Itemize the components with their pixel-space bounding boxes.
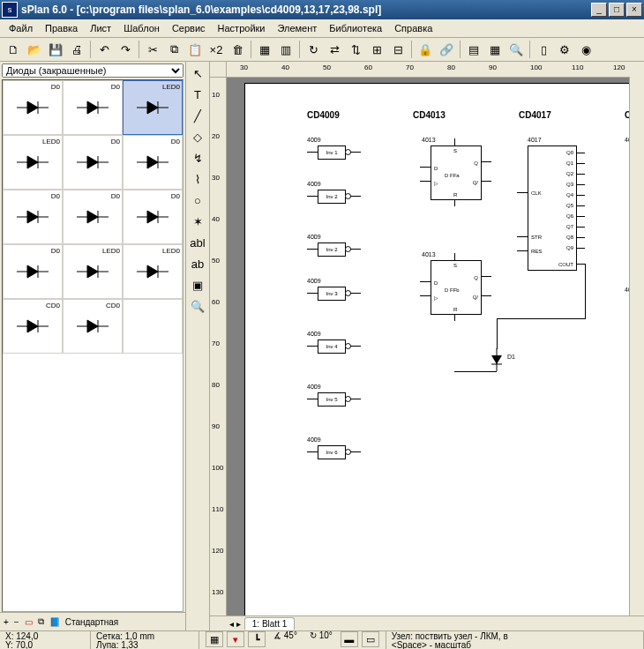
flipflop[interactable]: SQDD FFb▷Q/R: [431, 260, 482, 315]
cut-icon[interactable]: ✂: [143, 40, 162, 59]
maximize-button[interactable]: □: [609, 3, 625, 17]
chip-header: CD4013: [413, 110, 446, 120]
lib-del-icon[interactable]: −: [14, 617, 19, 627]
vtool-0[interactable]: ↖: [187, 63, 208, 83]
lock-icon[interactable]: 🔒: [416, 40, 435, 59]
fill-icon[interactable]: ▬: [341, 631, 358, 647]
vtool-7[interactable]: ✶: [187, 212, 208, 231]
rect-icon[interactable]: ▭: [362, 631, 379, 647]
copy-icon[interactable]: ⧉: [164, 40, 183, 59]
inverter[interactable]: Inv 6: [318, 445, 346, 459]
lib-cell-3-0[interactable]: D0: [3, 244, 63, 299]
menu-Лист[interactable]: Лист: [85, 21, 116, 35]
diode-d1[interactable]: [488, 348, 505, 373]
snap-icon[interactable]: ▾: [227, 631, 244, 647]
open-icon[interactable]: 📂: [25, 40, 44, 59]
library-dropdown[interactable]: Диоды (закрашенные): [2, 63, 183, 78]
inverter[interactable]: Inv 1: [318, 145, 346, 160]
align1-icon[interactable]: ▦: [255, 40, 274, 59]
grid-toggle-icon[interactable]: ▦: [206, 631, 223, 647]
vtool-3[interactable]: ◇: [187, 127, 208, 146]
vtool-1[interactable]: T: [187, 85, 208, 104]
paste-icon[interactable]: 📋: [185, 40, 205, 59]
lib-cell-0-0[interactable]: D0: [3, 80, 63, 135]
svg-marker-19: [27, 211, 38, 223]
lib-cell-2-0[interactable]: D0: [3, 190, 63, 244]
schematic-page[interactable]: CD4009CD4013CD4017CD4009Inv 14009Inv 240…: [244, 83, 629, 615]
minimize-button[interactable]: _: [591, 3, 607, 17]
lib-book-icon[interactable]: 📘: [49, 617, 60, 627]
undo-icon[interactable]: ↶: [94, 40, 114, 59]
inverter[interactable]: Inv 2: [318, 190, 346, 204]
lib-cell-4-0[interactable]: CD0: [3, 299, 63, 354]
layer1-icon[interactable]: ▤: [464, 40, 483, 59]
tab-nav[interactable]: ◂ ▸: [229, 619, 241, 629]
drawing-toolbar: ↖T╱◇↯⌇○✶ablab▣🔍: [186, 62, 210, 630]
lib-tag-icon[interactable]: ▭: [25, 617, 33, 627]
align2-icon[interactable]: ▥: [276, 40, 296, 59]
lib-cell-4-2[interactable]: [123, 299, 183, 354]
print-icon[interactable]: 🖨: [67, 40, 86, 59]
flipv-icon[interactable]: ⇅: [346, 40, 365, 59]
inverter[interactable]: Inv 4: [318, 339, 346, 354]
dup-icon[interactable]: ×2: [206, 40, 226, 59]
link-icon[interactable]: 🔗: [437, 40, 456, 59]
new-icon[interactable]: 🗋: [4, 40, 23, 59]
status-grid: Сетка: 1,0 mmЛупа: 1,33: [91, 631, 199, 649]
inverter[interactable]: Inv 2: [318, 242, 346, 257]
vtool-6[interactable]: ○: [187, 190, 208, 210]
group-icon[interactable]: ⊞: [367, 40, 386, 59]
vtool-4[interactable]: ↯: [187, 148, 208, 168]
lib-cell-1-0[interactable]: LED0: [3, 135, 63, 190]
flipflop[interactable]: SQDD FFa▷Q/R: [431, 145, 482, 200]
menu-Элемент[interactable]: Элемент: [272, 21, 322, 35]
ungroup-icon[interactable]: ⊟: [388, 40, 408, 59]
vertical-scrollbar[interactable]: [629, 78, 644, 615]
redo-icon[interactable]: ↷: [116, 40, 135, 59]
sheet-tab-1[interactable]: 1: Blatt 1: [244, 617, 295, 630]
lib-cell-1-2[interactable]: D0: [123, 135, 183, 190]
save-icon[interactable]: 💾: [46, 40, 65, 59]
find-icon[interactable]: 🔍: [506, 40, 526, 59]
horizontal-scrollbar[interactable]: [335, 616, 630, 630]
lib-cell-3-2[interactable]: LED0: [123, 244, 183, 299]
view-icon[interactable]: ◉: [576, 40, 595, 59]
library-name: Стандартная: [65, 617, 119, 627]
svg-marker-1: [27, 101, 38, 114]
lib-cell-4-1[interactable]: CD0: [63, 299, 123, 354]
menu-Шаблон[interactable]: Шаблон: [118, 21, 165, 35]
fliph-icon[interactable]: ⇄: [325, 40, 344, 59]
opt-icon[interactable]: ⚙: [555, 40, 574, 59]
vtool-11[interactable]: 🔍: [187, 296, 208, 316]
vtool-2[interactable]: ╱: [187, 106, 208, 125]
lib-cell-0-2[interactable]: LED0: [123, 80, 183, 135]
canvas[interactable]: CD4009CD4013CD4017CD4009Inv 14009Inv 240…: [227, 78, 629, 615]
menu-Файл[interactable]: Файл: [4, 21, 38, 35]
lib-cell-1-1[interactable]: D0: [63, 135, 123, 190]
lib-dup-icon[interactable]: ⧉: [38, 616, 44, 627]
counter[interactable]: Q0Q1Q2Q3Q4Q5Q6Q7Q8Q9CLKSTRRESCOUT: [528, 145, 577, 271]
menu-Правка[interactable]: Правка: [40, 21, 83, 35]
ortho-icon[interactable]: ┗: [248, 631, 266, 647]
inverter[interactable]: Inv 3: [318, 287, 346, 301]
lib-add-icon[interactable]: +: [4, 617, 9, 627]
vtool-10[interactable]: ▣: [187, 275, 208, 295]
lib-cell-0-1[interactable]: D0: [63, 80, 123, 135]
delete-icon[interactable]: 🗑: [228, 40, 247, 59]
menu-Справка[interactable]: Справка: [389, 21, 438, 35]
lib-cell-2-2[interactable]: D0: [123, 190, 183, 244]
menu-Сервис[interactable]: Сервис: [167, 21, 211, 35]
sheet-icon[interactable]: ▯: [534, 40, 553, 59]
lib-cell-2-1[interactable]: D0: [63, 190, 123, 244]
vtool-8[interactable]: abl: [187, 233, 208, 252]
vtool-5[interactable]: ⌇: [187, 169, 208, 189]
rotate-icon[interactable]: ↻: [303, 40, 323, 59]
inverter[interactable]: Inv 5: [318, 392, 346, 407]
menu-Библиотека[interactable]: Библиотека: [324, 21, 387, 35]
lib-cell-3-1[interactable]: LED0: [63, 244, 123, 299]
close-button[interactable]: ×: [626, 3, 642, 17]
menubar: ФайлПравкаЛистШаблонСервисНастройкиЭлеме…: [0, 19, 644, 38]
menu-Настройки[interactable]: Настройки: [213, 21, 271, 35]
vtool-9[interactable]: ab: [187, 254, 208, 273]
layer2-icon[interactable]: ▦: [485, 40, 505, 59]
